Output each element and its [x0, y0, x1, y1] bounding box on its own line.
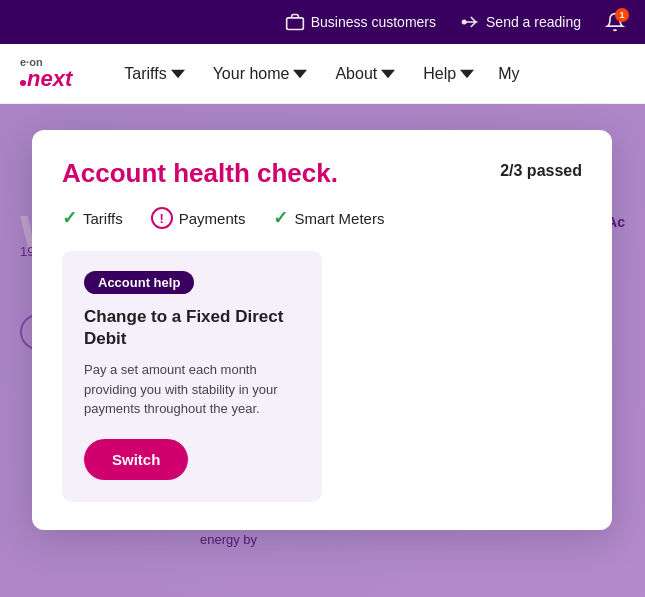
check-tariffs-label: Tariffs	[83, 210, 123, 227]
check-warn-icon: !	[151, 207, 173, 229]
top-bar: Business customers Send a reading 1	[0, 0, 645, 44]
check-smart-meters-label: Smart Meters	[294, 210, 384, 227]
nav-help[interactable]: Help	[411, 57, 486, 91]
check-smart-meters: ✓ Smart Meters	[273, 207, 384, 229]
logo[interactable]: e·on next	[20, 57, 72, 90]
card-title: Change to a Fixed Direct Debit	[84, 306, 300, 350]
checks-row: ✓ Tariffs ! Payments ✓ Smart Meters	[62, 207, 582, 229]
nav-your-home[interactable]: Your home	[201, 57, 320, 91]
info-card: Account help Change to a Fixed Direct De…	[62, 251, 322, 502]
notification-count: 1	[615, 8, 629, 22]
logo-next-text: next	[20, 68, 72, 90]
check-payments: ! Payments	[151, 207, 246, 229]
notification-bell[interactable]: 1	[605, 12, 625, 32]
check-payments-label: Payments	[179, 210, 246, 227]
business-customers-label: Business customers	[311, 14, 436, 30]
nav-about[interactable]: About	[323, 57, 407, 91]
card-description: Pay a set amount each month providing yo…	[84, 360, 300, 419]
check-tariffs: ✓ Tariffs	[62, 207, 123, 229]
nav-items: Tariffs Your home About Help My	[112, 57, 625, 91]
modal-title: Account health check.	[62, 158, 338, 189]
nav-bar: e·on next Tariffs Your home About Help M…	[0, 44, 645, 104]
svg-rect-0	[286, 18, 303, 30]
send-reading-link[interactable]: Send a reading	[460, 12, 581, 32]
check-ok-icon: ✓	[62, 207, 77, 229]
nav-my[interactable]: My	[490, 57, 527, 91]
health-check-modal: Account health check. 2/3 passed ✓ Tarif…	[32, 130, 612, 530]
nav-tariffs[interactable]: Tariffs	[112, 57, 196, 91]
business-customers-link[interactable]: Business customers	[285, 12, 436, 32]
send-reading-label: Send a reading	[486, 14, 581, 30]
switch-button[interactable]: Switch	[84, 439, 188, 480]
card-tag: Account help	[84, 271, 194, 294]
svg-point-1	[463, 20, 466, 23]
check-ok-icon-2: ✓	[273, 207, 288, 229]
passed-badge: 2/3 passed	[500, 162, 582, 180]
modal-header: Account health check. 2/3 passed	[62, 158, 582, 189]
